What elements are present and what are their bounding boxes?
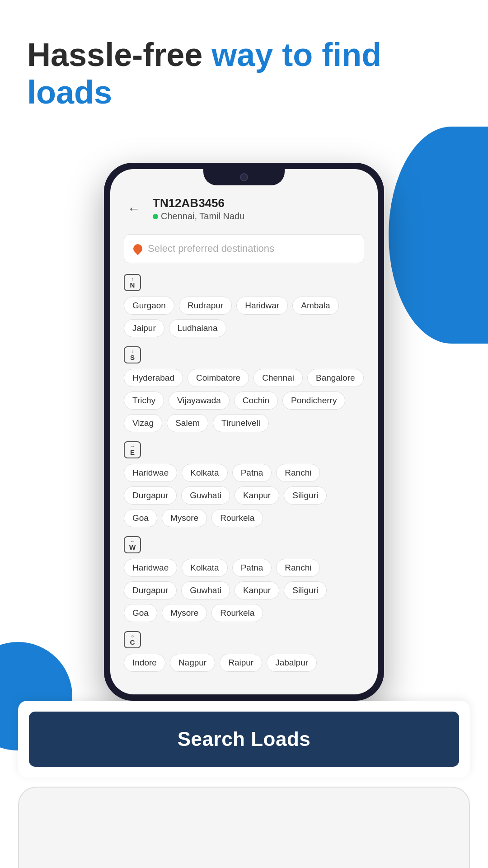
city-chip-durgapur[interactable]: Durgapur (124, 581, 177, 599)
city-chip-hyderabad[interactable]: Hyderabad (124, 369, 183, 387)
vehicle-location: Chennai, Tamil Nadu (153, 211, 244, 222)
direction-section-center: ○CIndoreNagpurRaipurJabalpur (124, 631, 364, 672)
city-chip-ranchi[interactable]: Ranchi (276, 464, 320, 482)
city-chip-haridwae[interactable]: Haridwae (124, 464, 177, 482)
city-chip-kolkata[interactable]: Kolkata (182, 559, 227, 577)
city-chip-mysore[interactable]: Mysore (162, 509, 207, 527)
location-text: Chennai, Tamil Nadu (161, 211, 244, 222)
city-chip-ambala[interactable]: Ambala (292, 297, 338, 315)
direction-badge-center: ○C (124, 631, 141, 648)
city-chip-durgapur[interactable]: Durgapur (124, 486, 177, 505)
phone-shell: ← TN12AB3456 Chennai, Tamil Nadu Select … (104, 163, 384, 701)
chips-group-west: HaridwaeKolkataPatnaRanchiDurgapurGuwhat… (124, 559, 364, 622)
city-chip-jaipur[interactable]: Jaipur (124, 319, 164, 337)
city-chip-guwhati[interactable]: Guwhati (181, 486, 230, 505)
direction-header-center: ○C (124, 631, 364, 648)
city-chip-mysore[interactable]: Mysore (162, 604, 207, 622)
direction-header-north: ↑N (124, 274, 364, 291)
direction-header-west: ←W (124, 536, 364, 553)
city-chip-siliguri[interactable]: Siliguri (284, 581, 327, 599)
phone-container: ← TN12AB3456 Chennai, Tamil Nadu Select … (36, 163, 452, 701)
search-placeholder-text: Select preferred destinations (148, 243, 274, 255)
vehicle-id: TN12AB3456 (153, 196, 244, 210)
direction-header-south: ↓S (124, 346, 364, 363)
city-chip-nagpur[interactable]: Nagpur (170, 654, 215, 672)
direction-badge-west: ←W (124, 536, 141, 553)
chips-group-south: HyderabadCoimbatoreChennaiBangaloreTrich… (124, 369, 364, 432)
city-chip-gurgaon[interactable]: Gurgaon (124, 297, 174, 315)
city-chip-ranchi[interactable]: Ranchi (276, 559, 320, 577)
direction-section-west: ←WHaridwaeKolkataPatnaRanchiDurgapurGuwh… (124, 536, 364, 622)
city-chip-ludhaiana[interactable]: Ludhaiana (169, 319, 226, 337)
back-button[interactable]: ← (124, 199, 144, 219)
city-chip-goa[interactable]: Goa (124, 509, 157, 527)
city-chip-rourkela[interactable]: Rourkela (211, 509, 263, 527)
city-chip-rourkela[interactable]: Rourkela (211, 604, 263, 622)
pin-icon (131, 242, 144, 255)
direction-badge-east: →E (124, 441, 141, 458)
city-chip-kanpur[interactable]: Kanpur (235, 581, 279, 599)
chips-group-east: HaridwaeKolkataPatnaRanchiDurgapurGuwhat… (124, 464, 364, 527)
city-chip-haridwar[interactable]: Haridwar (236, 297, 288, 315)
chips-group-north: GurgaonRudrapurHaridwarAmbalaJaipurLudha… (124, 297, 364, 337)
direction-header-east: →E (124, 441, 364, 458)
direction-section-north: ↑NGurgaonRudrapurHaridwarAmbalaJaipurLud… (124, 274, 364, 337)
heading-part3-blue: loads (27, 74, 112, 110)
direction-section-east: →EHaridwaeKolkataPatnaRanchiDurgapurGuwh… (124, 441, 364, 527)
city-chip-pondicherry[interactable]: Pondicherry (282, 392, 345, 410)
city-chip-jabalpur[interactable]: Jabalpur (267, 654, 317, 672)
direction-letter-north: N (130, 282, 135, 288)
city-chip-raipur[interactable]: Raipur (220, 654, 262, 672)
city-chip-patna[interactable]: Patna (232, 559, 272, 577)
main-heading: Hassle-free way to find loads (27, 36, 461, 111)
phone-inner: ← TN12AB3456 Chennai, Tamil Nadu Select … (110, 169, 378, 694)
vehicle-info: TN12AB3456 Chennai, Tamil Nadu (153, 196, 244, 222)
city-chip-siliguri[interactable]: Siliguri (284, 486, 327, 505)
city-chip-rudrapur[interactable]: Rudrapur (179, 297, 232, 315)
direction-badge-north: ↑N (124, 274, 141, 291)
direction-letter-center: C (130, 639, 135, 646)
destination-search-input[interactable]: Select preferred destinations (124, 234, 364, 263)
heading-area: Hassle-free way to find loads (27, 36, 461, 111)
screen-header: ← TN12AB3456 Chennai, Tamil Nadu (124, 192, 364, 229)
city-chip-bangalore[interactable]: Bangalore (307, 369, 364, 387)
city-chip-vijayawada[interactable]: Vijayawada (169, 392, 230, 410)
city-chip-salem[interactable]: Salem (167, 414, 208, 432)
city-chip-kanpur[interactable]: Kanpur (235, 486, 279, 505)
directions-container: ↑NGurgaonRudrapurHaridwarAmbalaJaipurLud… (124, 274, 364, 672)
phone-screen: ← TN12AB3456 Chennai, Tamil Nadu Select … (110, 169, 378, 694)
direction-letter-south: S (130, 354, 135, 361)
city-chip-haridwae[interactable]: Haridwae (124, 559, 177, 577)
direction-badge-south: ↓S (124, 346, 141, 363)
city-chip-tirunelveli[interactable]: Tirunelveli (213, 414, 269, 432)
city-chip-kolkata[interactable]: Kolkata (182, 464, 227, 482)
next-screen-peek (18, 787, 470, 868)
direction-section-south: ↓SHyderabadCoimbatoreChennaiBangaloreTri… (124, 346, 364, 432)
camera-dot (240, 173, 248, 181)
phone-notch (203, 169, 285, 185)
chips-group-center: IndoreNagpurRaipurJabalpur (124, 654, 364, 672)
search-loads-button[interactable]: Search Loads (29, 712, 459, 767)
bottom-button-area: Search Loads (18, 701, 470, 778)
direction-letter-west: W (129, 544, 136, 551)
city-chip-trichy[interactable]: Trichy (124, 392, 164, 410)
city-chip-indore[interactable]: Indore (124, 654, 165, 672)
city-chip-chennai[interactable]: Chennai (253, 369, 303, 387)
city-chip-coimbatore[interactable]: Coimbatore (188, 369, 249, 387)
location-dot-icon (153, 214, 158, 219)
direction-letter-east: E (130, 449, 135, 456)
city-chip-goa[interactable]: Goa (124, 604, 157, 622)
city-chip-guwhati[interactable]: Guwhati (181, 581, 230, 599)
city-chip-patna[interactable]: Patna (232, 464, 272, 482)
back-arrow-icon: ← (127, 202, 140, 216)
city-chip-cochin[interactable]: Cochin (234, 392, 278, 410)
heading-part2-blue: way to find (211, 37, 381, 73)
heading-part1: Hassle-free (27, 37, 211, 73)
city-chip-vizag[interactable]: Vizag (124, 414, 162, 432)
